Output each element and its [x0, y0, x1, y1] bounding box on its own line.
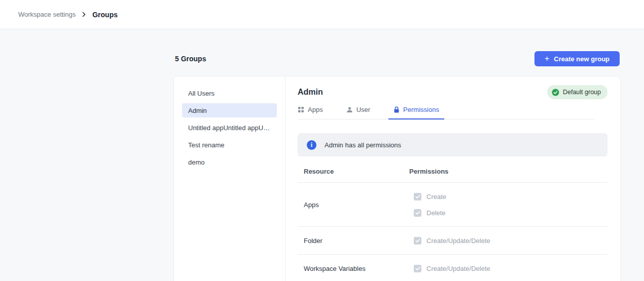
resource-label: Folder [298, 237, 409, 245]
plus-icon: + [545, 55, 549, 62]
table-row-apps: Apps Create Delete [298, 183, 607, 227]
user-icon [346, 106, 353, 113]
tab-user[interactable]: User [346, 106, 370, 119]
groups-count-label: 5 Groups [175, 55, 206, 63]
permissions-column-header: Permissions [409, 168, 607, 175]
group-detail-pane: Admin Default group Apps [285, 76, 620, 281]
lock-icon [393, 106, 400, 113]
breadcrumb-current-groups: Groups [92, 11, 118, 19]
permission-label: Create [426, 193, 446, 200]
check-icon [415, 211, 420, 215]
info-icon: i [307, 140, 316, 150]
tab-user-label: User [356, 106, 370, 113]
permission-label: Create/Update/Delete [426, 265, 490, 272]
info-banner-text: Admin has all permissions [325, 141, 401, 149]
permission-create: Create [409, 188, 607, 205]
permission-crud: Create/Update/Delete [409, 232, 607, 249]
tab-permissions-label: Permissions [403, 106, 439, 113]
create-new-group-button[interactable]: + Create new group [534, 51, 620, 66]
permission-crud: Create/Update/Delete [409, 260, 607, 276]
group-item-label: Untitled appUntitled appUntitle… [188, 124, 271, 132]
table-row-folder: Folder Create/Update/Delete [298, 227, 607, 255]
permissions-cell: Create Delete [409, 188, 607, 221]
permissions-info-banner: i Admin has all permissions [298, 133, 607, 156]
resource-label: Workspace Variables [298, 265, 409, 272]
group-item-admin[interactable]: Admin [182, 103, 277, 117]
check-icon [415, 194, 420, 199]
tab-apps-label: Apps [308, 106, 323, 113]
groups-card: All Users Admin Untitled appUntitled app… [174, 76, 620, 281]
resource-column-header: Resource [298, 168, 409, 175]
group-item-test-rename[interactable]: Test rename [182, 138, 277, 152]
table-row-workspace-variables: Workspace Variables Create/Update/Delete [298, 255, 607, 281]
group-item-all-users[interactable]: All Users [182, 86, 277, 100]
top-bar: Workspace settings Groups [0, 0, 644, 29]
default-group-badge-label: Default group [563, 89, 601, 96]
group-detail-header: Admin Default group [298, 85, 607, 100]
tab-permissions[interactable]: Permissions [393, 106, 439, 119]
group-list: All Users Admin Untitled appUntitled app… [174, 76, 285, 281]
group-item-label: Admin [188, 107, 207, 114]
workspace-variables-crud-checkbox[interactable] [414, 265, 421, 272]
permissions-cell: Create/Update/Delete [409, 232, 607, 249]
chevron-right-icon [81, 12, 87, 17]
check-icon [415, 266, 420, 271]
delete-checkbox[interactable] [414, 209, 421, 217]
group-item-demo[interactable]: demo [182, 155, 277, 169]
group-item-untitled-app[interactable]: Untitled appUntitled appUntitle… [182, 121, 277, 135]
tab-apps[interactable]: Apps [298, 106, 323, 119]
permission-label: Delete [426, 209, 446, 217]
permissions-cell: Create/Update/Delete [409, 260, 607, 276]
breadcrumb-workspace-settings[interactable]: Workspace settings [18, 11, 76, 18]
check-circle-icon [552, 89, 559, 96]
folder-crud-checkbox[interactable] [414, 237, 421, 245]
create-checkbox[interactable] [414, 193, 421, 200]
group-item-label: All Users [188, 90, 214, 97]
group-title: Admin [298, 88, 323, 97]
group-detail-tabs: Apps User Permissions [298, 106, 595, 119]
permissions-table: Resource Permissions Apps Create [298, 168, 607, 281]
permissions-table-header: Resource Permissions [298, 168, 607, 183]
permission-label: Create/Update/Delete [426, 237, 490, 245]
permission-delete: Delete [409, 205, 607, 221]
create-new-group-label: Create new group [554, 55, 610, 63]
group-item-label: demo [188, 158, 205, 166]
group-item-label: Test rename [188, 141, 225, 149]
resource-label: Apps [298, 201, 409, 209]
grid-icon [298, 106, 304, 113]
workspace-settings-groups-page: Workspace settings Groups 5 Groups + Cre… [0, 0, 644, 281]
check-icon [415, 238, 420, 243]
default-group-badge: Default group [547, 85, 607, 99]
